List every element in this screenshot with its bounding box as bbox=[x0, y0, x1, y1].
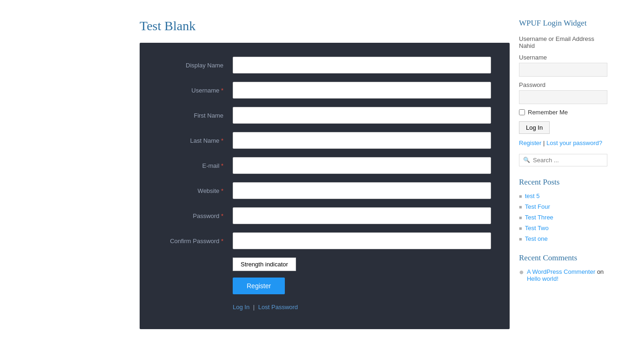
username-row: Username * bbox=[158, 82, 491, 99]
display-name-input[interactable] bbox=[233, 57, 491, 73]
page-title: Test Blank bbox=[140, 19, 510, 33]
recent-posts-title: Recent Posts bbox=[519, 178, 607, 187]
website-row: Website * bbox=[158, 182, 491, 199]
recent-post-link-2[interactable]: Test Four bbox=[525, 203, 550, 210]
lost-password-link[interactable]: Lost Password bbox=[258, 304, 298, 311]
last-name-input[interactable] bbox=[233, 132, 491, 149]
display-name-row: Display Name bbox=[158, 57, 491, 73]
sidebar-username-input[interactable] bbox=[519, 63, 607, 77]
form-bottom-links: Log In | Lost Password bbox=[233, 304, 491, 311]
list-item: ■ Test Four bbox=[519, 203, 607, 210]
last-name-required-star: * bbox=[221, 137, 223, 144]
recent-post-link-4[interactable]: Test Two bbox=[525, 225, 549, 232]
display-name-label: Display Name bbox=[158, 62, 233, 69]
search-input[interactable] bbox=[533, 157, 603, 164]
confirm-password-row: Confirm Password * bbox=[158, 232, 491, 249]
post-icon: ■ bbox=[519, 204, 522, 210]
email-input[interactable] bbox=[233, 157, 491, 174]
password-row: Password * bbox=[158, 207, 491, 224]
login-widget-title: WPUF Login Widget bbox=[519, 19, 607, 28]
recent-comments-widget: Recent Comments ● A WordPress Commenter … bbox=[519, 253, 607, 282]
sidebar-register-link[interactable]: Register bbox=[519, 139, 541, 146]
list-item: ■ Test Three bbox=[519, 214, 607, 221]
website-label: Website * bbox=[158, 187, 233, 194]
first-name-label: First Name bbox=[158, 112, 233, 119]
sidebar-login-button[interactable]: Log In bbox=[519, 121, 550, 134]
comment-text: A WordPress Commenter on Hello world! bbox=[527, 268, 607, 282]
last-name-label: Last Name * bbox=[158, 137, 233, 144]
sidebar-username-label: Username bbox=[519, 54, 607, 61]
email-label: E-mail * bbox=[158, 162, 233, 169]
list-item: ■ Test Two bbox=[519, 225, 607, 232]
recent-posts-widget: Recent Posts ■ test 5 ■ Test Four ■ Test… bbox=[519, 178, 607, 242]
recent-post-link-5[interactable]: Test one bbox=[525, 235, 548, 242]
sidebar-password-input[interactable] bbox=[519, 90, 607, 104]
remember-me-row: Remember Me bbox=[519, 109, 607, 116]
sidebar-link-separator: | bbox=[543, 139, 546, 146]
link-separator: | bbox=[253, 304, 255, 311]
login-link[interactable]: Log In bbox=[233, 304, 249, 311]
username-required-star: * bbox=[221, 87, 223, 94]
register-button[interactable]: Register bbox=[233, 278, 285, 294]
confirm-password-required-star: * bbox=[221, 238, 223, 245]
post-icon: ■ bbox=[519, 193, 522, 199]
comment-post-link[interactable]: Hello world! bbox=[527, 275, 559, 282]
confirm-password-input[interactable] bbox=[233, 232, 491, 249]
login-widget: WPUF Login Widget Username or Email Addr… bbox=[519, 19, 607, 166]
password-input[interactable] bbox=[233, 207, 491, 224]
search-icon: 🔍 bbox=[523, 157, 530, 164]
comment-on-text: on bbox=[597, 268, 604, 275]
post-icon: ■ bbox=[519, 215, 522, 220]
first-name-row: First Name bbox=[158, 107, 491, 124]
password-required-star: * bbox=[221, 212, 223, 219]
registration-form-container: Display Name Username * First Name Last … bbox=[140, 43, 510, 329]
search-box: 🔍 bbox=[519, 154, 607, 166]
last-name-row: Last Name * bbox=[158, 132, 491, 149]
username-input[interactable] bbox=[233, 82, 491, 99]
recent-comments-title: Recent Comments bbox=[519, 253, 607, 263]
comment-author-link[interactable]: A WordPress Commenter bbox=[527, 268, 595, 275]
username-label: Username * bbox=[158, 87, 233, 94]
sidebar-lost-password-link[interactable]: Lost your password? bbox=[546, 139, 602, 146]
email-row: E-mail * bbox=[158, 157, 491, 174]
email-required-star: * bbox=[221, 162, 223, 169]
sidebar-password-label: Password bbox=[519, 81, 607, 88]
sidebar: WPUF Login Widget Username or Email Addr… bbox=[519, 9, 617, 338]
list-item: ■ test 5 bbox=[519, 192, 607, 199]
password-label: Password * bbox=[158, 212, 233, 219]
remember-me-checkbox[interactable] bbox=[519, 109, 525, 115]
recent-post-link-1[interactable]: test 5 bbox=[525, 192, 540, 199]
post-icon: ■ bbox=[519, 225, 522, 231]
recent-post-link-3[interactable]: Test Three bbox=[525, 214, 553, 221]
list-item: ■ Test one bbox=[519, 235, 607, 242]
website-required-star: * bbox=[221, 187, 223, 194]
sidebar-auth-links: Register | Lost your password? bbox=[519, 139, 607, 146]
username-note: Username or Email Address Nahid bbox=[519, 35, 607, 49]
strength-indicator-button: Strength indicator bbox=[233, 258, 296, 271]
post-icon: ■ bbox=[519, 236, 522, 242]
first-name-input[interactable] bbox=[233, 107, 491, 124]
confirm-password-label: Confirm Password * bbox=[158, 238, 233, 245]
comment-icon: ● bbox=[519, 267, 524, 277]
website-input[interactable] bbox=[233, 182, 491, 199]
remember-me-label: Remember Me bbox=[528, 109, 568, 116]
comment-item: ● A WordPress Commenter on Hello world! bbox=[519, 268, 607, 282]
